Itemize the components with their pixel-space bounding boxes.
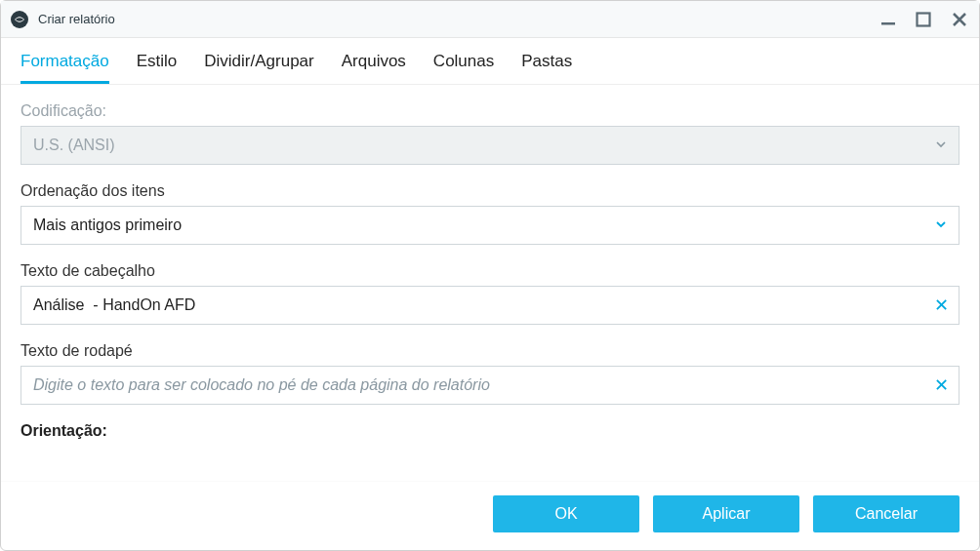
titlebar: Criar relatório	[1, 1, 979, 38]
ordering-select[interactable]: Mais antigos primeiro	[20, 206, 960, 245]
header-text-input[interactable]	[21, 287, 959, 324]
window-title: Criar relatório	[38, 12, 879, 26]
tab-style[interactable]: Estilo	[137, 52, 178, 84]
content-area: Codificação: U.S. (ANSI) Ordenação dos i…	[1, 85, 979, 481]
clear-icon[interactable]: ✕	[934, 376, 949, 394]
svg-rect-1	[918, 13, 930, 25]
header-text-input-wrap: ✕	[20, 286, 960, 325]
footer-text-input-wrap: ✕	[20, 366, 960, 405]
cancel-button[interactable]: Cancelar	[813, 495, 960, 532]
tab-folders[interactable]: Pastas	[521, 52, 572, 84]
ordering-label: Ordenação dos itens	[20, 182, 960, 200]
encoding-label: Codificação:	[20, 102, 960, 120]
tab-bar: Formatação Estilo Dividir/Agrupar Arquiv…	[1, 38, 979, 85]
minimize-icon[interactable]	[879, 11, 897, 28]
encoding-select: U.S. (ANSI)	[20, 126, 960, 165]
field-ordering: Ordenação dos itens Mais antigos primeir…	[20, 182, 960, 245]
footer-text-label: Texto de rodapé	[20, 342, 960, 360]
tab-files[interactable]: Arquivos	[342, 52, 406, 84]
field-orientation: Orientação:	[20, 422, 960, 440]
app-icon	[11, 11, 28, 28]
svg-rect-0	[881, 22, 895, 25]
dialog-footer: OK Aplicar Cancelar	[1, 481, 979, 550]
ok-button[interactable]: OK	[493, 495, 639, 532]
window-controls	[879, 10, 969, 29]
header-text-label: Texto de cabeçalho	[20, 262, 960, 280]
encoding-value: U.S. (ANSI)	[33, 137, 115, 154]
field-encoding: Codificação: U.S. (ANSI)	[20, 102, 960, 165]
footer-text-input[interactable]	[21, 367, 959, 404]
close-icon[interactable]	[950, 10, 969, 29]
tab-columns[interactable]: Colunas	[433, 52, 494, 84]
orientation-label: Orientação:	[20, 422, 107, 439]
chevron-down-icon	[935, 137, 947, 154]
dialog-window: Criar relatório Formatação Estilo Dividi…	[0, 0, 980, 551]
field-header-text: Texto de cabeçalho ✕	[20, 262, 960, 325]
ordering-value: Mais antigos primeiro	[33, 216, 182, 234]
apply-button[interactable]: Aplicar	[653, 495, 799, 532]
chevron-down-icon	[935, 216, 947, 234]
tab-split-group[interactable]: Dividir/Agrupar	[204, 52, 313, 84]
field-footer-text: Texto de rodapé ✕	[20, 342, 960, 405]
tab-formatting[interactable]: Formatação	[20, 52, 109, 84]
clear-icon[interactable]: ✕	[934, 296, 949, 314]
maximize-icon[interactable]	[915, 11, 932, 28]
